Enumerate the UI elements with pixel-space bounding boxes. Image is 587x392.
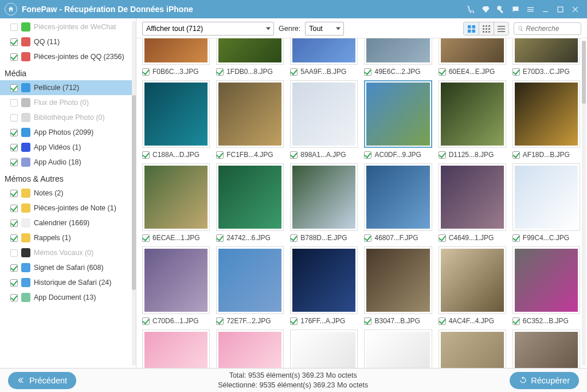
sidebar-item[interactable]: Pièces-jointes de WeChat [0,19,132,34]
checkbox[interactable] [10,159,18,166]
checkbox[interactable] [10,219,18,227]
checkbox[interactable] [512,151,520,159]
sidebar-item[interactable]: Flux de Photo (0) [0,95,132,110]
main-scrollbar-thumb[interactable] [582,41,586,104]
checkbox[interactable] [439,68,446,76]
sidebar-scrollbar-thumb[interactable] [132,95,136,290]
list-view-icon[interactable] [494,22,508,35]
sidebar-item[interactable]: Rappels (1) [0,230,132,245]
thumbnail-tile[interactable] [216,330,284,368]
checkbox[interactable] [10,53,18,61]
checkbox[interactable] [364,317,371,325]
search-input[interactable] [526,25,577,33]
thumbnail-tile[interactable]: 898A1...A.JPG [290,80,358,159]
checkbox[interactable] [512,68,520,76]
search-box[interactable] [514,22,581,35]
thumbnail-tile[interactable]: 176FF...A.JPG [290,246,358,325]
thumbnail-tile[interactable]: AF18D...B.JPG [512,80,580,159]
thumbnail-tile[interactable] [512,330,580,368]
checkbox[interactable] [439,234,446,242]
checkbox[interactable] [10,249,18,257]
checkbox[interactable] [142,234,150,242]
sidebar-item[interactable]: Signet de Safari (608) [0,260,132,275]
checkbox[interactable] [10,264,18,272]
cart-icon[interactable] [463,2,478,17]
checkbox[interactable] [216,68,224,76]
thumbnail-tile[interactable]: F99C4...C.JPG [512,163,580,242]
thumbnail-tile[interactable]: 24742...6.JPG [216,163,284,242]
show-all-dropdown[interactable]: Afficher tout (712) [142,22,274,36]
checkbox[interactable] [10,144,18,151]
thumbnail-tile[interactable] [142,330,210,368]
sidebar-item[interactable]: Pellicule (712) [0,80,132,95]
feedback-icon[interactable] [508,2,523,17]
checkbox[interactable] [10,279,18,287]
checkbox[interactable] [290,234,298,242]
thumbnail-tile[interactable]: B788D...E.JPG [290,163,358,242]
thumbnail-tile[interactable]: B3047...B.JPG [364,246,432,325]
sidebar-item[interactable]: Bibliothèque Photo (0) [0,110,132,125]
checkbox[interactable] [10,23,18,31]
checkbox[interactable] [10,190,18,197]
sidebar-item[interactable]: Mémos Vocaux (0) [0,245,132,260]
thumbnail-tile[interactable] [290,330,358,368]
checkbox[interactable] [10,234,18,242]
checkbox[interactable] [10,205,18,212]
sidebar-item[interactable]: App Vidéos (1) [0,140,132,155]
thumbnail-tile[interactable]: 46807...F.JPG [364,163,432,242]
thumbnail-tile[interactable]: 72E7F...2.JPG [216,246,284,325]
sidebar-item[interactable]: App Document (13) [0,290,132,305]
checkbox[interactable] [10,99,18,107]
diamond-icon[interactable] [478,2,493,17]
thumbnail-tile[interactable]: AC0DF...9.JPG [364,80,432,159]
thumbnail-tile[interactable] [439,330,506,368]
maximize-icon[interactable] [553,2,568,17]
key-icon[interactable] [493,2,508,17]
checkbox[interactable] [216,151,224,159]
checkbox[interactable] [439,317,446,325]
thumbnail-tile[interactable]: 60EE4...E.JPG [439,38,506,76]
checkbox[interactable] [10,294,18,301]
checkbox[interactable] [216,317,224,325]
checkbox[interactable] [290,151,298,159]
sidebar-item[interactable]: Notes (2) [0,186,132,201]
thumbnail-tile[interactable]: C4649...1.JPG [439,163,506,242]
sidebar-item[interactable]: Calendrier (1669) [0,215,132,230]
checkbox[interactable] [142,151,150,159]
checkbox[interactable] [10,84,18,92]
recover-button[interactable]: Récupérer [510,372,579,389]
sidebar-item[interactable]: Historique de Safari (24) [0,275,132,290]
checkbox[interactable] [512,234,520,242]
main-scrollbar[interactable] [582,41,586,366]
checkbox[interactable] [290,68,298,76]
menu-icon[interactable] [523,2,538,17]
thumbnail-tile[interactable]: E70D3...C.JPG [512,38,580,76]
thumbnail-tile[interactable]: 1FDB0...8.JPG [216,38,284,76]
thumbnail-tile[interactable]: D1125...8.JPG [439,80,506,159]
thumbnail-tile[interactable]: FC1FB...4.JPG [216,80,284,159]
minimize-icon[interactable] [538,2,553,17]
thumbnail-tile[interactable]: 6ECAE...1.JPG [142,163,210,242]
thumbnail-tile[interactable]: 4AC4F...4.JPG [439,246,506,325]
thumbnail-tile[interactable]: 49E6C...2.JPG [364,38,432,76]
checkbox[interactable] [142,317,150,325]
thumbnail-tile[interactable]: 5AA9F...B.JPG [290,38,358,76]
thumbnail-tile[interactable] [364,330,432,368]
sidebar-item[interactable]: QQ (11) [0,34,132,49]
checkbox[interactable] [290,317,298,325]
genre-dropdown[interactable]: Tout [305,22,344,36]
checkbox[interactable] [10,129,18,136]
checkbox[interactable] [364,234,371,242]
sidebar-scrollbar[interactable] [132,21,136,366]
checkbox[interactable] [512,317,520,325]
sidebar-item[interactable]: App Photos (2099) [0,125,132,140]
checkbox[interactable] [10,38,18,46]
checkbox[interactable] [364,68,371,76]
thumbnail-tile[interactable]: 6C352...B.JPG [512,246,580,325]
grid-small-icon[interactable] [479,22,494,35]
close-icon[interactable] [568,2,582,17]
back-button[interactable]: Précédent [8,372,76,389]
home-icon[interactable] [5,3,17,15]
sidebar-item[interactable]: App Audio (18) [0,155,132,170]
sidebar-item[interactable]: Pièces-jointes de QQ (2356) [0,49,132,64]
